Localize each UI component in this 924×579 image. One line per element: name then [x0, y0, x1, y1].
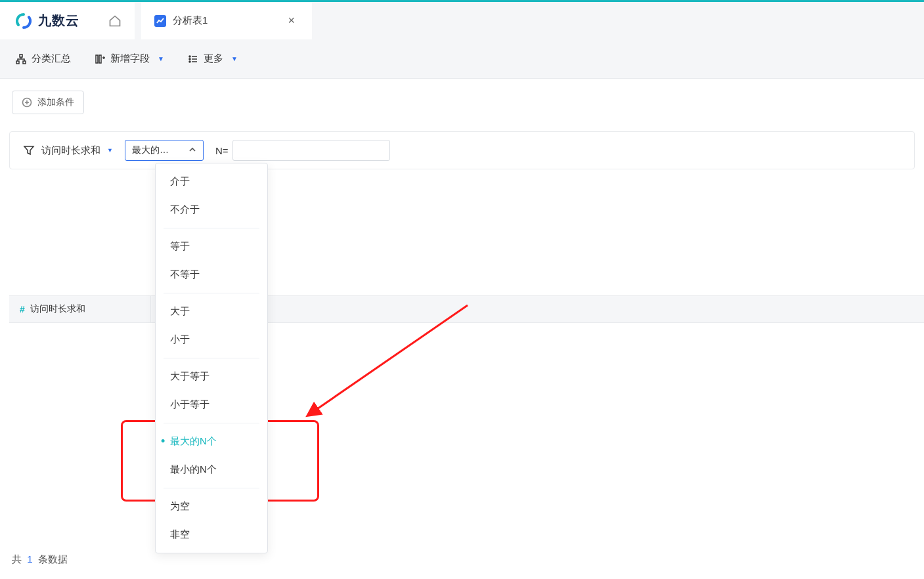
- svg-point-5: [189, 56, 190, 57]
- home-button[interactable]: [95, 2, 135, 39]
- number-type-icon: #: [20, 304, 25, 314]
- toolbar-add-field[interactable]: 新增字段 ▼: [95, 53, 164, 65]
- tab-analysis[interactable]: 分析表1 ×: [141, 0, 312, 39]
- svg-rect-3: [96, 55, 98, 63]
- caret-down-icon: ▼: [107, 147, 113, 154]
- chevron-up-icon: [188, 145, 196, 156]
- table-column-header-row: # 访问时长求和: [9, 295, 924, 323]
- filter-field-name: 访问时长求和: [41, 144, 100, 157]
- footer-prefix: 共: [12, 553, 22, 565]
- svg-rect-2: [23, 61, 26, 64]
- toolbar-group-summary-label: 分类汇总: [32, 53, 71, 65]
- dropdown-item-bottom-n[interactable]: 最小的N个: [156, 456, 267, 484]
- home-icon: [108, 14, 121, 28]
- n-label: N=: [215, 145, 229, 156]
- footer-suffix: 条数据: [38, 553, 68, 565]
- footer-count: 共 1 条数据: [12, 553, 68, 566]
- dropdown-item-greater[interactable]: 大于: [156, 297, 267, 326]
- chart-icon: [154, 15, 166, 27]
- svg-rect-1: [16, 61, 19, 64]
- operator-display: 最大的…: [132, 144, 169, 156]
- caret-down-icon: ▼: [158, 55, 164, 62]
- filter-icon: [23, 144, 35, 156]
- dropdown-item-not-equal[interactable]: 不等于: [156, 261, 267, 289]
- dropdown-item-not-between[interactable]: 不介于: [156, 196, 267, 224]
- add-condition-label: 添加条件: [37, 96, 74, 108]
- column-name: 访问时长求和: [30, 303, 85, 315]
- toolbar-group-summary[interactable]: 分类汇总: [16, 53, 71, 65]
- dropdown-item-top-n[interactable]: 最大的N个: [156, 427, 267, 456]
- dropdown-item-less[interactable]: 小于: [156, 326, 267, 354]
- footer-count-number: 1: [27, 553, 32, 565]
- svg-point-7: [189, 61, 190, 62]
- operator-dropdown: 介于 不介于 等于 不等于 大于 小于 大于等于 小于等于 最大的N个 最小的N…: [155, 163, 268, 553]
- toolbar-more[interactable]: 更多 ▼: [188, 53, 238, 65]
- filter-condition-row: 访问时长求和 ▼ 最大的… N=: [9, 131, 915, 169]
- svg-point-6: [189, 58, 190, 60]
- toolbar: 分类汇总 新增字段 ▼ 更多 ▼: [0, 39, 924, 79]
- tab-close-button[interactable]: ×: [284, 14, 299, 28]
- dropdown-item-lte[interactable]: 小于等于: [156, 391, 267, 419]
- filter-field-selector[interactable]: 访问时长求和 ▼: [23, 144, 113, 157]
- toolbar-more-label: 更多: [204, 53, 223, 65]
- dropdown-item-is-null[interactable]: 为空: [156, 492, 267, 521]
- brand-name: 九数云: [38, 12, 79, 30]
- caret-down-icon: ▼: [231, 55, 238, 62]
- hierarchy-icon: [16, 54, 26, 64]
- n-equals-group: N=: [215, 140, 390, 161]
- dropdown-item-not-null[interactable]: 非空: [156, 521, 267, 549]
- toolbar-add-field-label: 新增字段: [110, 53, 150, 65]
- svg-rect-4: [99, 55, 101, 63]
- list-icon: [188, 54, 198, 64]
- brand-logo-icon: [16, 13, 32, 29]
- top-bar: 九数云 分析表1 ×: [0, 0, 924, 39]
- dropdown-item-between[interactable]: 介于: [156, 167, 267, 196]
- dropdown-item-equal[interactable]: 等于: [156, 232, 267, 261]
- svg-rect-0: [20, 54, 22, 57]
- tab-title: 分析表1: [173, 14, 208, 27]
- plus-circle-icon: [22, 97, 32, 108]
- logo-area: 九数云: [0, 2, 95, 39]
- add-condition-button[interactable]: 添加条件: [12, 91, 84, 114]
- n-value-input[interactable]: [232, 140, 390, 161]
- dropdown-item-gte[interactable]: 大于等于: [156, 362, 267, 391]
- condition-chip-row: 添加条件: [0, 79, 924, 119]
- operator-select[interactable]: 最大的…: [125, 140, 204, 161]
- add-column-icon: [95, 54, 105, 64]
- column-header-cell[interactable]: # 访问时长求和: [9, 296, 151, 322]
